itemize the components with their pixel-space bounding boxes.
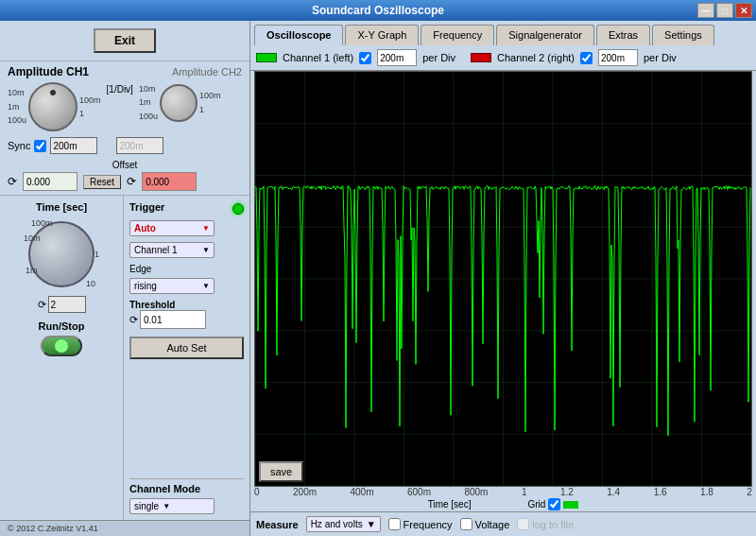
frequency-checkbox-row: Frequency [388, 518, 453, 530]
log-label: log to file [532, 519, 574, 530]
tabs-row: Oscilloscope X-Y Graph Frequency Signalg… [250, 21, 756, 45]
time-axis-label: Time [sec] [428, 499, 472, 510]
ch1-value-input[interactable] [50, 137, 97, 154]
ch2-offset-input[interactable] [142, 172, 197, 191]
offset-section: Offset ⟳ Reset ⟳ [0, 158, 249, 195]
ch2-value-input[interactable] [116, 137, 163, 154]
bottom-bar: Measure Hz and volts ▼ Frequency Voltage… [250, 511, 756, 536]
measure-dropdown-arrow: ▼ [367, 519, 376, 529]
measure-dropdown[interactable]: Hz and volts ▼ [306, 516, 381, 532]
tab-frequency[interactable]: Frequency [421, 25, 494, 45]
amplitude-section: Amplitude CH1 Amplitude CH2 10m 1m 100u [0, 61, 249, 158]
ch1-per-div-input[interactable] [377, 49, 417, 66]
minimize-button[interactable]: — [697, 3, 714, 18]
ch1-offset-icon: ⟳ [8, 175, 17, 188]
ch1-sync-checkbox[interactable] [34, 140, 46, 152]
ch1-checkbox[interactable] [359, 52, 371, 64]
tab-settings[interactable]: Settings [652, 25, 714, 45]
scope-canvas [255, 72, 751, 486]
ch2-color-indicator [471, 53, 491, 62]
trigger-section: Trigger Auto ▼ Channel 1 ▼ Edge rising ▼ [123, 196, 249, 520]
channel-controls: Channel 1 (left) per Div Channel 2 (righ… [250, 45, 756, 71]
trigger-mode-value: Auto [134, 223, 156, 233]
ch1-per-div-unit: per Div [422, 52, 455, 63]
threshold-icon: ⟳ [129, 314, 138, 326]
time-value-icon: ⟳ [38, 299, 46, 311]
auto-set-button[interactable]: Auto Set [129, 337, 244, 359]
ch2-knob-group: 10m 1m 100u 100m 1 [139, 82, 221, 123]
tab-xy-graph[interactable]: X-Y Graph [345, 25, 419, 45]
maximize-button[interactable]: □ [716, 3, 733, 18]
threshold-input[interactable] [140, 310, 206, 329]
exit-button-row: Exit [0, 21, 249, 61]
scope-display: save [254, 71, 752, 487]
tab-oscilloscope[interactable]: Oscilloscope [254, 25, 343, 45]
close-button[interactable]: ✕ [735, 3, 752, 18]
channel-mode-label: Channel Mode [129, 483, 244, 494]
edge-dropdown[interactable]: rising ▼ [129, 278, 215, 294]
ch2-per-div-unit: per Div [644, 52, 677, 63]
right-panel: Oscilloscope X-Y Graph Frequency Signalg… [250, 21, 756, 536]
offset-label: Offset [8, 160, 242, 170]
copyright-text: © 2012 C.Zeitnitz V1.41 [8, 524, 98, 533]
log-checkbox[interactable] [517, 518, 529, 530]
time-value-input[interactable] [48, 296, 86, 313]
title-bar: Soundcard Oszilloscope — □ ✕ [0, 0, 756, 21]
threshold-section: Threshold ⟳ [129, 300, 244, 329]
time-label: Time [sec] [36, 201, 87, 213]
ch2-offset-icon: ⟳ [127, 175, 136, 188]
ch1-knob-group: 10m 1m 100u 100m 1 [8, 82, 101, 131]
amplitude-ch2-knob[interactable] [160, 84, 198, 122]
ch1-offset-input[interactable] [23, 172, 77, 191]
save-button[interactable]: save [259, 461, 303, 482]
trigger-mode-dropdown[interactable]: Auto ▼ [129, 220, 215, 236]
edge-label: Edge [129, 264, 244, 274]
edge-arrow: ▼ [202, 282, 210, 290]
time-1-label: 1 [94, 250, 99, 259]
tab-extras[interactable]: Extras [596, 25, 650, 45]
offset-row: ⟳ Reset ⟳ [8, 172, 242, 191]
measure-label: Measure [256, 519, 299, 530]
edge-value: rising [134, 281, 157, 291]
amplitude-ch2-label: Amplitude CH2 [172, 66, 242, 78]
grid-label: Grid [527, 499, 545, 510]
channel-mode-dropdown[interactable]: single ▼ [129, 498, 215, 514]
time-1m-label: 1m [26, 266, 38, 275]
unit-label: [1/Div] [107, 84, 133, 95]
voltage-label: Voltage [475, 519, 510, 530]
reset-button[interactable]: Reset [83, 175, 121, 189]
threshold-label: Threshold [129, 300, 244, 310]
amplitude-ch1-knob[interactable] [28, 82, 77, 131]
channel-mode-arrow: ▼ [163, 502, 170, 510]
voltage-checkbox[interactable] [460, 518, 472, 530]
voltage-checkbox-row: Voltage [460, 518, 510, 530]
ch2-per-div-input[interactable] [598, 49, 638, 66]
time-knob[interactable] [28, 221, 94, 287]
grid-color-indicator [563, 501, 578, 509]
window-controls[interactable]: — □ ✕ [697, 3, 752, 18]
ch2-label: Channel 2 (right) [497, 52, 575, 63]
ch2-sync-row [116, 137, 163, 154]
log-checkbox-row: log to file [517, 518, 574, 530]
run-stop-button[interactable] [41, 336, 82, 356]
time-knob-wrap: 100m 10m 1 1m 10 [24, 216, 99, 292]
time-section: Time [sec] 100m 10m 1 1m 10 ⟳ Run/Stop [0, 196, 123, 520]
exit-button[interactable]: Exit [94, 28, 156, 53]
grid-checkbox[interactable] [548, 498, 560, 510]
ch1-color-indicator [256, 53, 277, 62]
channel-mode-value: single [134, 501, 159, 511]
trigger-mode-arrow: ▼ [202, 224, 210, 233]
bottom-left: Time [sec] 100m 10m 1 1m 10 ⟳ Run/Stop [0, 195, 249, 520]
tab-signalgenerator[interactable]: Signalgenerator [496, 25, 594, 45]
trigger-channel-dropdown[interactable]: Channel 1 ▼ [129, 242, 215, 258]
knob-dot [49, 89, 57, 96]
ch2-checkbox[interactable] [580, 52, 593, 64]
ch1-label: Channel 1 (left) [283, 52, 353, 63]
time-axis-labels: 0 200m 400m 600m 800m 1 1.2 1.4 1.6 1.8 … [250, 487, 756, 497]
time-100m-label: 100m [31, 218, 53, 228]
run-stop-label: Run/Stop [39, 320, 85, 332]
frequency-checkbox[interactable] [388, 518, 401, 530]
trigger-led [232, 203, 244, 215]
trigger-channel-arrow: ▼ [202, 246, 210, 254]
amplitude-header: Amplitude CH1 Amplitude CH2 [8, 65, 242, 78]
